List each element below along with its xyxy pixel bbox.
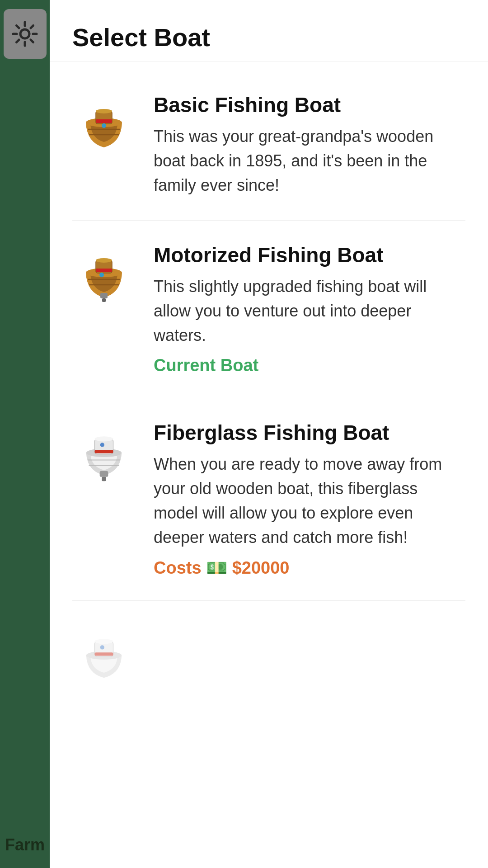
basic-boat-image (77, 98, 131, 161)
svg-point-28 (94, 639, 113, 644)
svg-rect-6 (96, 119, 112, 123)
svg-rect-24 (100, 471, 108, 477)
boat-info-motorized: Motorized Fishing Boat This slightly upg… (154, 243, 465, 375)
svg-point-12 (96, 258, 112, 263)
svg-point-5 (96, 109, 112, 113)
fiberglass-boat-image (77, 425, 131, 489)
boat-cost-fiberglass: Costs 💵 $20000 (154, 558, 465, 578)
svg-point-21 (94, 436, 113, 441)
sidebar: Farm (0, 0, 50, 868)
settings-button[interactable] (4, 9, 47, 59)
svg-point-0 (20, 29, 29, 38)
boat-info-basic: Basic Fishing Boat This was your great-g… (154, 93, 465, 198)
svg-rect-15 (100, 293, 108, 298)
list-item[interactable]: Fiberglass Fishing Boat When you are rea… (72, 398, 465, 601)
boat-icon-motorized (72, 243, 136, 316)
main-content: Select Boat (50, 0, 488, 868)
list-item[interactable]: Basic Fishing Boat This was your great-g… (72, 71, 465, 221)
svg-rect-30 (94, 652, 113, 656)
svg-rect-25 (102, 477, 106, 481)
boat-name-motorized: Motorized Fishing Boat (154, 243, 465, 267)
partial-boat-image (77, 628, 131, 691)
svg-rect-16 (102, 298, 106, 302)
page-header: Select Boat (50, 0, 488, 61)
sidebar-bottom: Farm (0, 835, 50, 854)
boat-icon-partial (72, 623, 136, 696)
gear-icon (10, 19, 39, 48)
list-item-partial (72, 601, 465, 696)
svg-rect-23 (94, 450, 113, 453)
farm-label: Farm (5, 835, 45, 854)
motorized-boat-image (77, 248, 131, 311)
page-title: Select Boat (72, 23, 465, 52)
svg-rect-13 (96, 269, 112, 272)
list-item[interactable]: Motorized Fishing Boat This slightly upg… (72, 221, 465, 398)
boat-description-basic: This was your great-grandpa's wooden boa… (154, 124, 465, 198)
boat-info-fiberglass: Fiberglass Fishing Boat When you are rea… (154, 421, 465, 578)
boat-icon-basic (72, 93, 136, 165)
boat-list[interactable]: Basic Fishing Boat This was your great-g… (50, 61, 488, 868)
boat-name-fiberglass: Fiberglass Fishing Boat (154, 421, 465, 445)
boat-description-motorized: This slightly upgraded fishing boat will… (154, 274, 465, 348)
svg-point-29 (100, 645, 104, 649)
boat-description-fiberglass: When you are ready to move away from you… (154, 452, 465, 550)
boat-icon-fiberglass (72, 421, 136, 493)
svg-point-14 (99, 273, 104, 277)
svg-point-7 (102, 123, 106, 128)
boat-name-basic: Basic Fishing Boat (154, 93, 465, 117)
svg-point-22 (100, 443, 104, 447)
current-boat-label: Current Boat (154, 356, 465, 375)
